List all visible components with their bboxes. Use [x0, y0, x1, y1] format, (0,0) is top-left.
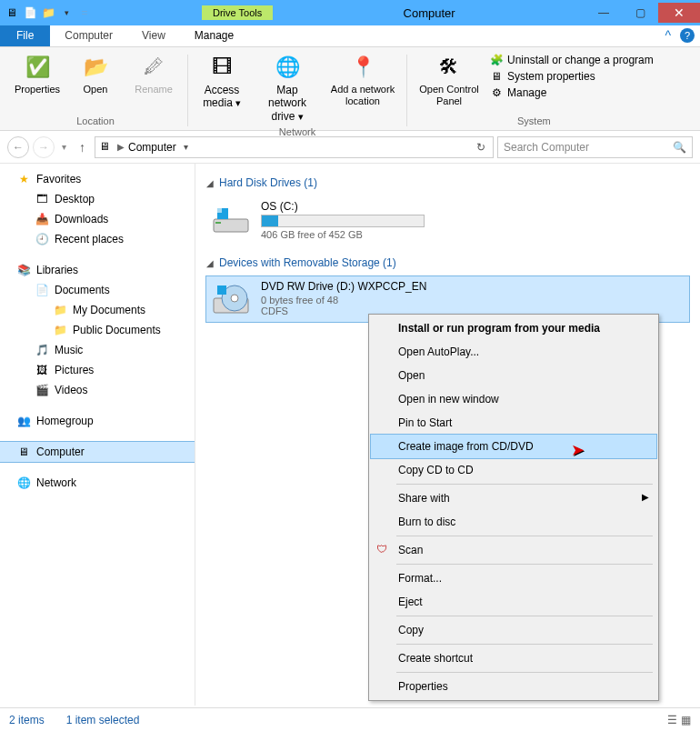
- control-panel-label: Open Control Panel: [418, 84, 480, 107]
- submenu-arrow-icon: ▶: [642, 492, 649, 502]
- system-icon: 🖥: [4, 5, 20, 21]
- hdd-section-header[interactable]: ◢ Hard Disk Drives (1): [206, 176, 689, 189]
- rename-button[interactable]: 🖉 Rename: [127, 51, 180, 114]
- uninstall-button[interactable]: 🧩Uninstall or change a program: [489, 53, 654, 67]
- sidebar-documents[interactable]: Documents: [0, 280, 195, 300]
- open-icon: 📂: [81, 53, 110, 82]
- control-panel-icon: 🛠: [435, 53, 464, 82]
- access-media-button[interactable]: 🎞 Access media ▾: [195, 51, 248, 125]
- close-button[interactable]: ✕: [658, 3, 700, 23]
- sidebar-pictures[interactable]: Pictures: [0, 360, 195, 380]
- system-props-button[interactable]: 🖥System properties: [489, 69, 654, 84]
- map-drive-button[interactable]: 🌐 Map network drive ▾: [254, 51, 321, 125]
- ctx-open[interactable]: Open: [371, 364, 656, 387]
- qat-dropdown[interactable]: ▾: [58, 5, 75, 21]
- breadcrumb-item[interactable]: Computer: [128, 141, 176, 154]
- breadcrumb-separator[interactable]: ▶: [117, 142, 125, 152]
- music-icon: [35, 343, 49, 357]
- storage-fill: [262, 215, 278, 226]
- ctx-copy[interactable]: Copy: [371, 618, 656, 642]
- large-icons-view-icon[interactable]: ▦: [681, 714, 691, 726]
- sidebar-public-documents[interactable]: Public Documents: [0, 320, 195, 340]
- ctx-eject[interactable]: Eject: [371, 590, 656, 614]
- recent-icon: [35, 232, 49, 246]
- ribbon-tabs: File Computer View Manage ^ ?: [0, 25, 700, 47]
- folder-icon: [53, 323, 67, 337]
- sidebar-libraries[interactable]: Libraries: [0, 260, 195, 280]
- sidebar-computer[interactable]: Computer: [0, 442, 195, 462]
- properties-button[interactable]: ✅ Properties: [11, 51, 64, 114]
- ctx-pin[interactable]: Pin to Start: [371, 411, 656, 435]
- svg-rect-7: [217, 285, 226, 295]
- up-button[interactable]: ↑: [74, 140, 91, 155]
- ctx-burn[interactable]: Burn to disc: [371, 510, 656, 534]
- ctx-autoplay[interactable]: Open AutoPlay...: [371, 340, 656, 364]
- removable-section-label: Devices with Removable Storage (1): [219, 256, 396, 269]
- collapse-ribbon-icon[interactable]: ^: [665, 28, 671, 43]
- sidebar-network[interactable]: Network: [0, 473, 195, 493]
- address-dropdown[interactable]: ▾: [180, 142, 192, 152]
- sidebar-desktop[interactable]: Desktop: [0, 189, 195, 209]
- sidebar-downloads[interactable]: Downloads: [0, 209, 195, 229]
- manage-tab[interactable]: Manage: [180, 25, 248, 46]
- manage-label: Manage: [507, 86, 546, 99]
- access-media-label: Access media ▾: [199, 84, 245, 110]
- ctx-open-new[interactable]: Open in new window: [371, 387, 656, 411]
- computer-tab[interactable]: Computer: [50, 25, 127, 46]
- title-bar: 🖥 📄 📁 ▾ = Drive Tools Computer — ▢ ✕: [0, 0, 700, 25]
- ctx-install[interactable]: Install or run program from your media: [371, 316, 656, 340]
- manage-button[interactable]: ⚙Manage: [489, 85, 654, 100]
- ctx-format[interactable]: Format...: [371, 566, 656, 590]
- open-button[interactable]: 📂 Open: [69, 51, 122, 114]
- ctx-separator: [396, 484, 653, 485]
- folder-icon: [53, 303, 67, 317]
- ctx-scan[interactable]: Scan: [371, 538, 656, 562]
- file-tab[interactable]: File: [0, 25, 50, 46]
- address-bar[interactable]: ▶ Computer ▾ ↻: [95, 136, 494, 158]
- maximize-button[interactable]: ▢: [622, 3, 658, 23]
- sidebar-music[interactable]: Music: [0, 340, 195, 360]
- ribbon-group-label: System: [517, 114, 551, 130]
- system-props-label: System properties: [507, 70, 595, 83]
- qat-item[interactable]: 📁: [40, 5, 56, 21]
- refresh-button[interactable]: ↻: [473, 141, 489, 154]
- qat-item[interactable]: 📄: [22, 5, 38, 21]
- add-location-button[interactable]: 📍 Add a network location: [326, 51, 399, 125]
- sidebar-videos[interactable]: Videos: [0, 380, 195, 400]
- ctx-copy-cd[interactable]: Copy CD to CD: [371, 458, 656, 482]
- add-location-label: Add a network location: [330, 84, 395, 107]
- view-tab[interactable]: View: [127, 25, 180, 46]
- ctx-share[interactable]: Share with▶: [371, 486, 656, 510]
- ctx-separator: [396, 536, 653, 536]
- details-view-icon[interactable]: ☰: [667, 714, 677, 726]
- minimize-button[interactable]: —: [585, 3, 622, 23]
- control-panel-button[interactable]: 🛠 Open Control Panel: [415, 51, 484, 114]
- search-box[interactable]: Search Computer 🔍: [497, 136, 693, 158]
- collapse-icon: ◢: [206, 258, 214, 268]
- help-icon[interactable]: ?: [680, 28, 695, 43]
- back-button[interactable]: ←: [7, 136, 29, 158]
- desktop-icon: [35, 192, 49, 206]
- sidebar-recent[interactable]: Recent places: [0, 229, 195, 249]
- shield-icon: [376, 543, 391, 557]
- svg-rect-3: [217, 208, 222, 213]
- os-drive-item[interactable]: OS (C:) 406 GB free of 452 GB: [206, 196, 689, 244]
- ctx-create-image[interactable]: Create image from CD/DVD: [371, 435, 656, 458]
- forward-button[interactable]: →: [33, 136, 55, 158]
- uninstall-icon: 🧩: [489, 53, 504, 67]
- sidebar-favorites[interactable]: Favorites: [0, 169, 195, 189]
- svg-point-6: [231, 295, 238, 302]
- history-dropdown[interactable]: ▾: [58, 142, 70, 152]
- ribbon-separator: [406, 55, 407, 126]
- navigation-pane: Favorites Desktop Downloads Recent place…: [0, 164, 195, 706]
- removable-section-header[interactable]: ◢ Devices with Removable Storage (1): [206, 256, 689, 269]
- sidebar-my-documents[interactable]: My Documents: [0, 300, 195, 320]
- status-bar: 2 items 1 item selected ☰ ▦: [0, 707, 700, 731]
- contextual-tab-label: Drive Tools: [202, 5, 273, 20]
- status-item-count: 2 items: [9, 714, 45, 726]
- ctx-properties[interactable]: Properties: [371, 675, 656, 698]
- rename-label: Rename: [135, 84, 173, 95]
- search-placeholder: Search Computer: [504, 141, 589, 154]
- sidebar-homegroup[interactable]: Homegroup: [0, 411, 195, 431]
- ctx-shortcut[interactable]: Create shortcut: [371, 646, 656, 670]
